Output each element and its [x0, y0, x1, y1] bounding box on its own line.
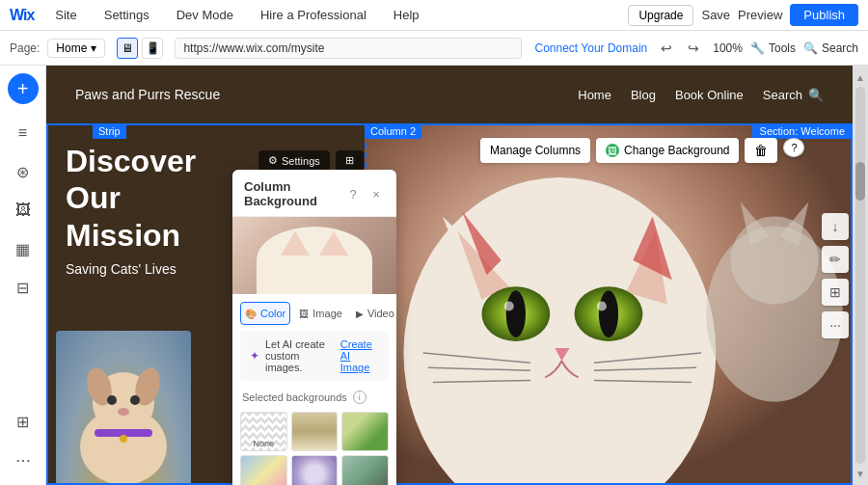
- page-name: Home: [56, 41, 87, 55]
- settings-bar: ⚙ Settings ⊞: [258, 150, 364, 171]
- bg-thumb-none[interactable]: None: [240, 412, 287, 451]
- panel-header: Column Background ? ×: [232, 170, 396, 217]
- layers-icon[interactable]: ≡: [6, 116, 41, 150]
- menu-item-devmode[interactable]: Dev Mode: [171, 4, 239, 26]
- section-welcome-label: Section: Welcome: [752, 123, 853, 139]
- help-icon-button[interactable]: ?: [783, 138, 804, 157]
- add-section-bottom-icon[interactable]: ⊞: [6, 404, 41, 439]
- add-element-button[interactable]: +: [8, 73, 39, 104]
- scroll-up-arrow[interactable]: ▲: [853, 69, 868, 85]
- video-tab-icon: ▶: [356, 309, 364, 319]
- change-bg-icon: 🖼: [606, 144, 619, 157]
- main-area: + ≡ ⊛ 🖼 ▦ ⊟ ⊞ ⋯ Paws and Purrs Rescue Ho…: [0, 66, 868, 485]
- manage-columns-button[interactable]: Manage Columns: [480, 138, 590, 163]
- site-nav: Paws and Purrs Rescue Home Blog Book Onl…: [46, 66, 853, 123]
- save-button[interactable]: Save: [701, 8, 730, 22]
- sections-icon[interactable]: ⊟: [6, 270, 41, 305]
- svg-point-17: [504, 301, 514, 310]
- tools-icon: 🔧: [750, 41, 765, 55]
- settings-button[interactable]: ⚙ Settings: [258, 150, 330, 171]
- bg-thumb-rings[interactable]: [291, 455, 339, 485]
- page-select[interactable]: Home ▾: [47, 39, 105, 58]
- media-icon[interactable]: 🖼: [6, 193, 41, 228]
- undo-button[interactable]: ↩: [655, 37, 678, 60]
- column-right: [365, 123, 853, 485]
- info-icon[interactable]: i: [353, 391, 366, 404]
- preview-ear-right: [319, 231, 348, 256]
- desktop-icon[interactable]: 🖥: [117, 38, 138, 59]
- top-menu-bar: Wix Site Settings Dev Mode Hire a Profes…: [0, 0, 868, 31]
- site-content: DiscoverOurMission Saving Cats' Lives: [46, 123, 853, 485]
- bg-thumb-food[interactable]: [341, 412, 389, 451]
- search-icon: 🔍: [803, 41, 818, 55]
- layout-button[interactable]: ⊞: [336, 150, 364, 171]
- site-search-icon: 🔍: [808, 88, 824, 102]
- column-background-panel: Column Background ? × 🎨 Color: [232, 170, 396, 485]
- nav-link-booking[interactable]: Book Online: [675, 88, 744, 102]
- svg-point-16: [506, 290, 526, 337]
- tab-video[interactable]: ▶ Video: [351, 302, 396, 325]
- panel-close-button[interactable]: ×: [367, 185, 385, 202]
- preview-button[interactable]: Preview: [738, 8, 782, 22]
- panel-header-icons: ? ×: [344, 185, 385, 202]
- menu-item-settings[interactable]: Settings: [98, 4, 155, 26]
- nav-link-blog[interactable]: Blog: [631, 88, 656, 102]
- gear-icon: ⚙: [268, 154, 278, 167]
- nav-link-home[interactable]: Home: [578, 88, 611, 102]
- column-more-button[interactable]: 🗑: [745, 138, 777, 163]
- ai-section: ✦ Let AI create custom images. Create AI…: [240, 331, 389, 381]
- column-controls: Manage Columns 🖼 Change Background 🗑 ?: [480, 138, 804, 163]
- create-ai-image-link[interactable]: Create AI Image: [340, 338, 379, 373]
- edit-icon[interactable]: ✏: [822, 246, 849, 273]
- bg-thumb-sand[interactable]: [291, 412, 339, 451]
- tools-label: Tools: [769, 41, 796, 55]
- tab-image[interactable]: 🖼 Image: [294, 302, 347, 325]
- more-icon[interactable]: ···: [822, 311, 849, 338]
- video-tab-label: Video: [367, 308, 394, 319]
- menu-item-help[interactable]: Help: [388, 4, 425, 26]
- menu-item-site[interactable]: Site: [49, 4, 82, 26]
- scroll-track[interactable]: [855, 87, 865, 464]
- left-toolbar: + ≡ ⊛ 🖼 ▦ ⊟ ⊞ ⋯: [0, 66, 46, 485]
- right-side-icons: ↓ ✏ ⊞ ···: [822, 213, 849, 338]
- bg-thumb-gradient[interactable]: [240, 455, 287, 485]
- svg-point-8: [120, 435, 127, 443]
- publish-button[interactable]: Publish: [790, 4, 858, 26]
- search-button[interactable]: 🔍 Search: [803, 41, 858, 55]
- svg-point-20: [597, 301, 607, 310]
- svg-point-19: [599, 290, 618, 337]
- site-search-text: Search: [763, 88, 802, 102]
- panel-preview-image: [232, 217, 396, 294]
- wix-apps-icon[interactable]: ⊛: [6, 154, 41, 189]
- menu-right: Upgrade Save Preview Publish: [628, 4, 858, 26]
- scroll-down-arrow[interactable]: ▼: [853, 466, 868, 481]
- more-options-icon[interactable]: ⋯: [6, 443, 41, 477]
- upgrade-button[interactable]: Upgrade: [628, 5, 693, 26]
- arrow-down-icon[interactable]: ↓: [822, 213, 849, 240]
- scrollbar[interactable]: ▲ ▼: [853, 66, 868, 485]
- preview-ear-left: [281, 231, 310, 256]
- dog-svg: [66, 340, 181, 485]
- column2-label: Column 2: [365, 123, 421, 139]
- dog-image-inner: [56, 331, 191, 485]
- selected-backgrounds-section: Selected backgrounds i: [232, 387, 396, 408]
- bg-thumb-leaves[interactable]: [341, 455, 389, 485]
- elements-icon[interactable]: ▦: [6, 231, 41, 266]
- none-label: None: [241, 439, 286, 448]
- menu-item-hire[interactable]: Hire a Professional: [255, 4, 372, 26]
- mobile-icon[interactable]: 📱: [142, 38, 163, 59]
- color-tab-label: Color: [260, 308, 285, 319]
- tab-color[interactable]: 🎨 Color: [240, 302, 290, 325]
- connect-domain-link[interactable]: Connect Your Domain: [535, 41, 648, 55]
- delete-icon: 🗑: [754, 143, 768, 158]
- page-label: Page:: [10, 41, 40, 55]
- grid-layout-icon[interactable]: ⊞: [822, 279, 849, 306]
- url-input[interactable]: [175, 38, 521, 59]
- redo-button[interactable]: ↪: [682, 37, 705, 60]
- panel-help-icon[interactable]: ?: [344, 185, 362, 202]
- tools-button[interactable]: 🔧 Tools: [750, 41, 796, 55]
- zoom-level: 100%: [713, 41, 743, 55]
- undo-redo: ↩ ↪: [655, 37, 705, 60]
- cat-background: [365, 123, 853, 485]
- change-background-button[interactable]: 🖼 Change Background: [596, 138, 739, 163]
